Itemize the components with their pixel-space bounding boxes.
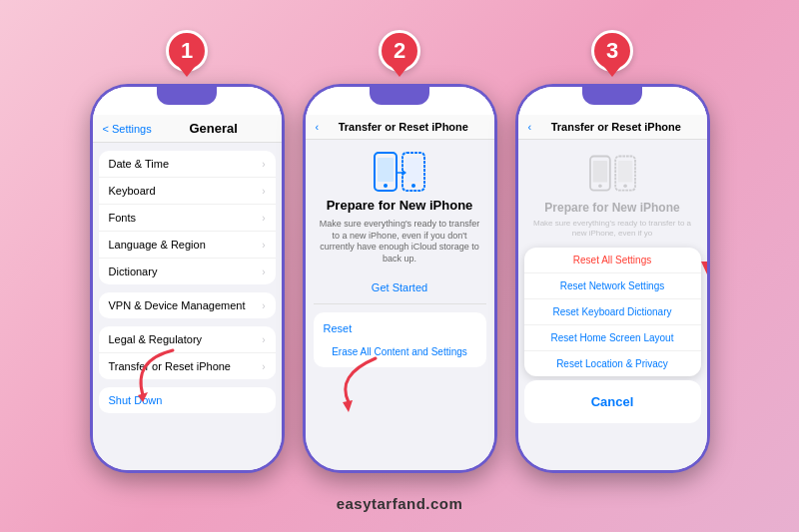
dimmed-title: Prepare for New iPhone — [526, 201, 699, 215]
list-item[interactable]: Language & Region › — [99, 232, 276, 259]
main-container: 1 < Settings General Date & Time › — [0, 20, 799, 483]
svg-marker-9 — [343, 400, 353, 412]
chevron-icon: › — [262, 266, 265, 277]
phone-inner-2: ‹ Transfer or Reset iPhone — [306, 87, 494, 470]
svg-point-6 — [411, 184, 415, 188]
reset-home-screen[interactable]: Reset Home Screen Layout — [524, 325, 701, 351]
chevron-icon: › — [262, 300, 265, 311]
chevron-icon: › — [262, 361, 265, 372]
nav-bar-2: ‹ Transfer or Reset iPhone — [306, 115, 494, 140]
phone-inner-3: ‹ Transfer or Reset iPhone — [518, 87, 707, 470]
phone-frame-3: ‹ Transfer or Reset iPhone — [515, 84, 710, 473]
svg-rect-11 — [592, 161, 606, 183]
step-1-badge: 1 — [166, 30, 208, 72]
dimmed-bg: Prepare for New iPhone Make sure everyth… — [518, 140, 707, 246]
nav-bar-3: ‹ Transfer or Reset iPhone — [518, 115, 707, 140]
reset-link[interactable]: Reset — [324, 318, 476, 338]
reset-option-label: Reset Location & Privacy — [556, 358, 668, 369]
erase-link[interactable]: Erase All Content and Settings — [324, 342, 476, 361]
phone-inner-1: < Settings General Date & Time › Keyboar… — [93, 87, 282, 470]
svg-rect-5 — [405, 158, 421, 182]
chevron-icon: › — [262, 240, 265, 251]
svg-rect-2 — [378, 158, 394, 182]
reset-keyboard-dictionary[interactable]: Reset Keyboard Dictionary — [524, 299, 701, 325]
screen2-title: Prepare for New iPhone — [327, 198, 473, 213]
phone-top-3 — [518, 87, 707, 115]
list-item[interactable]: Legal & Regulatory › — [99, 326, 276, 353]
item-label: Language & Region — [109, 239, 206, 251]
notch-1 — [157, 87, 217, 105]
reset-option-label: Reset Keyboard Dictionary — [553, 306, 672, 317]
svg-point-15 — [623, 184, 627, 188]
get-started-btn[interactable]: Get Started — [372, 275, 427, 299]
nav-back-2[interactable]: ‹ — [316, 121, 320, 133]
website-label: easytarfand.com — [337, 495, 463, 512]
shutdown-item[interactable]: Shut Down — [99, 387, 276, 413]
item-label: Dictionary — [109, 266, 158, 277]
phone-icon-dimmed — [585, 152, 640, 197]
nav-bar-1: < Settings General — [93, 115, 282, 143]
list-item[interactable]: VPN & Device Management › — [99, 292, 276, 318]
shutdown-label: Shut Down — [109, 394, 163, 406]
screen-3: ‹ Transfer or Reset iPhone — [518, 87, 707, 470]
cancel-sheet: Cancel — [524, 380, 701, 423]
phone-frame-2: ‹ Transfer or Reset iPhone — [303, 84, 497, 473]
chevron-icon: › — [262, 334, 265, 345]
item-label: Legal & Regulatory — [109, 333, 203, 345]
chevron-icon: › — [262, 186, 265, 197]
svg-marker-16 — [701, 262, 707, 274]
screen-2: ‹ Transfer or Reset iPhone — [306, 87, 494, 470]
chevron-icon: › — [262, 159, 265, 170]
item-label: Fonts — [109, 212, 137, 224]
screen2-desc: Make sure everything's ready to transfer… — [314, 219, 486, 266]
item-label: Transfer or Reset iPhone — [109, 360, 231, 372]
item-label: Date & Time — [109, 158, 170, 170]
nav-back-3[interactable]: ‹ — [528, 121, 532, 133]
reset-options-sheet: Reset All Settings Reset Network Setting… — [524, 248, 701, 376]
phone-transfer-icon — [370, 148, 429, 198]
settings-list-1a: Date & Time › Keyboard › Fonts › Langu — [99, 151, 276, 284]
reset-section: Reset Erase All Content and Settings — [314, 312, 486, 367]
settings-list-1c: Legal & Regulatory › Transfer or Reset i… — [99, 326, 276, 379]
settings-list-1d: Shut Down — [99, 387, 276, 413]
item-label: Keyboard — [109, 185, 156, 197]
reset-option-label: Reset Home Screen Layout — [551, 332, 674, 343]
step-3-badge: 3 — [591, 30, 633, 72]
step-2-badge: 2 — [379, 30, 420, 72]
reset-network-settings[interactable]: Reset Network Settings — [524, 273, 701, 299]
reset-location-privacy[interactable]: Reset Location & Privacy — [524, 351, 701, 376]
nav-title-1: General — [156, 121, 272, 136]
svg-point-12 — [598, 184, 602, 188]
settings-list-1b: VPN & Device Management › — [99, 292, 276, 318]
phone-top-2 — [306, 87, 494, 115]
divider — [314, 303, 486, 304]
chevron-icon: › — [262, 213, 265, 224]
screen-1: < Settings General Date & Time › Keyboar… — [93, 87, 282, 470]
cancel-button[interactable]: Cancel — [530, 386, 695, 417]
transfer-reset-item[interactable]: Transfer or Reset iPhone › — [99, 353, 276, 379]
step-3-number: 3 — [606, 38, 618, 64]
nav-title-3: Transfer or Reset iPhone — [535, 121, 696, 133]
svg-rect-14 — [617, 161, 631, 183]
step-2-number: 2 — [394, 38, 405, 64]
list-item[interactable]: Date & Time › — [99, 151, 276, 178]
list-item[interactable]: Dictionary › — [99, 259, 276, 284]
reset-all-settings[interactable]: Reset All Settings — [524, 248, 701, 273]
screen2-content: Prepare for New iPhone Make sure everyth… — [306, 140, 494, 379]
phone-top-1 — [93, 87, 282, 115]
notch-2 — [370, 87, 429, 105]
phone-frame-1: < Settings General Date & Time › Keyboar… — [90, 84, 285, 473]
dimmed-desc: Make sure everything's ready to transfer… — [526, 219, 699, 240]
step-1-number: 1 — [181, 38, 193, 64]
footer: easytarfand.com — [0, 487, 799, 512]
nav-back-1[interactable]: < Settings — [103, 123, 152, 135]
notch-3 — [582, 87, 642, 105]
item-label: VPN & Device Management — [109, 299, 246, 311]
list-item[interactable]: Keyboard › — [99, 178, 276, 205]
reset-option-label: Reset All Settings — [573, 255, 651, 266]
svg-point-3 — [384, 184, 388, 188]
list-item[interactable]: Fonts › — [99, 205, 276, 232]
step-3: 3 ‹ Transfer or Reset iPhone — [515, 30, 710, 473]
reset-option-label: Reset Network Settings — [560, 280, 665, 291]
step-1: 1 < Settings General Date & Time › — [90, 30, 285, 473]
